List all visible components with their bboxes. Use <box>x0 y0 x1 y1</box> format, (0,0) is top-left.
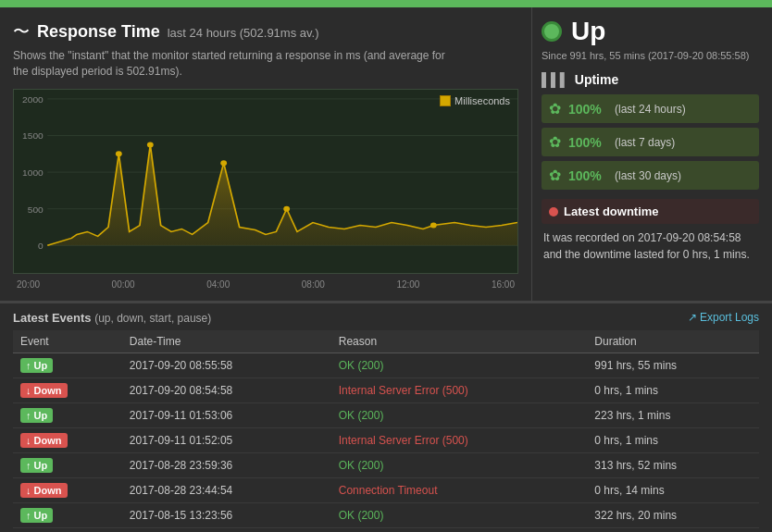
event-badge-4: ↑ Up <box>20 458 53 473</box>
events-table: Event Date-Time Reason Duration ↑ Up 201… <box>13 330 759 532</box>
downtime-header: Latest downtime <box>542 199 759 224</box>
uptime-pct-30d: 100% <box>568 168 607 183</box>
svg-point-11 <box>116 151 122 156</box>
svg-text:1500: 1500 <box>22 131 44 141</box>
cell-datetime-2: 2017-09-11 01:53:06 <box>122 402 331 427</box>
table-row: Started 2017-08-15 13:23:41 Started 0 hr… <box>13 527 759 532</box>
svg-text:0: 0 <box>38 241 44 250</box>
x-label-5: 16:00 <box>492 279 515 290</box>
chart-x-labels: 20:00 00:00 04:00 08:00 12:00 16:00 <box>13 278 518 291</box>
cell-reason-2: OK (200) <box>331 402 588 427</box>
cell-duration-4: 313 hrs, 52 mins <box>587 452 759 477</box>
cell-reason-3: Internal Server Error (500) <box>331 427 588 452</box>
downtime-dot-icon <box>549 207 558 217</box>
uptime-row-24h: ✿ 100% (last 24 hours) <box>542 94 759 123</box>
cell-reason-7: Started <box>331 527 588 532</box>
cell-datetime-3: 2017-09-11 01:52:05 <box>122 427 331 452</box>
svg-point-13 <box>220 160 227 166</box>
response-subtitle: last 24 hours (502.91ms av.) <box>168 26 319 40</box>
cell-event-0: ↑ Up <box>13 353 122 377</box>
col-duration: Duration <box>587 330 759 353</box>
cell-reason-6: OK (200) <box>331 502 588 527</box>
bar-chart-icon: ▌▌▌ <box>542 72 569 87</box>
status-since: Since 991 hrs, 55 mins (2017-09-20 08:55… <box>542 50 759 61</box>
cell-datetime-4: 2017-08-28 23:59:36 <box>122 452 331 477</box>
cell-duration-1: 0 hrs, 1 mins <box>587 377 759 402</box>
uptime-pct-24h: 100% <box>568 102 607 117</box>
cell-reason-4: OK (200) <box>331 452 588 477</box>
events-title: Latest Events (up, down, start, pause) <box>13 311 211 325</box>
status-indicator <box>542 21 562 42</box>
svg-point-14 <box>283 205 290 211</box>
uptime-title: Uptime <box>575 72 618 87</box>
x-label-1: 00:00 <box>112 279 135 290</box>
reason-text-1: Internal Server Error (500) <box>339 384 468 397</box>
response-description: Shows the "instant" that the monitor sta… <box>13 48 457 80</box>
status-text: Up <box>571 17 605 46</box>
wave-icon: 〜 <box>13 20 30 43</box>
x-label-4: 12:00 <box>396 279 419 290</box>
cell-duration-6: 322 hrs, 20 mins <box>587 502 759 527</box>
cell-reason-1: Internal Server Error (500) <box>331 377 588 402</box>
main-layout: 〜 Response Time last 24 hours (502.91ms … <box>0 7 772 301</box>
uptime-star-24h: ✿ <box>549 100 561 118</box>
cell-datetime-7: 2017-08-15 13:23:41 <box>122 527 331 532</box>
events-table-header: Event Date-Time Reason Duration <box>13 330 759 353</box>
cell-event-7: Started <box>13 527 122 532</box>
event-badge-6: ↑ Up <box>20 508 53 523</box>
uptime-star-7d: ✿ <box>549 133 561 151</box>
svg-text:1000: 1000 <box>22 167 44 177</box>
downtime-title: Latest downtime <box>564 204 659 218</box>
cell-event-4: ↑ Up <box>13 452 122 477</box>
response-chart: Milliseconds 2000 1500 1000 500 0 <box>13 89 518 274</box>
event-badge-0: ↑ Up <box>20 358 53 373</box>
cell-event-5: ↓ Down <box>13 477 122 502</box>
reason-text-6: OK (200) <box>339 509 384 522</box>
cell-duration-5: 0 hrs, 14 mins <box>587 477 759 502</box>
cell-duration-7: 0 hrs, 0 mins <box>587 527 759 532</box>
col-datetime: Date-Time <box>122 330 331 353</box>
events-header-row: Latest Events (up, down, start, pause) ↗… <box>13 311 759 325</box>
event-badge-3: ↓ Down <box>20 433 68 448</box>
cell-datetime-5: 2017-08-28 23:44:54 <box>122 477 331 502</box>
cell-event-2: ↑ Up <box>13 402 122 427</box>
event-badge-5: ↓ Down <box>20 483 68 498</box>
reason-text-4: OK (200) <box>339 459 384 472</box>
cell-duration-3: 0 hrs, 1 mins <box>587 427 759 452</box>
legend-color-box <box>440 95 451 106</box>
col-reason: Reason <box>331 330 588 353</box>
chart-legend: Milliseconds <box>440 95 510 106</box>
chart-svg: 2000 1500 1000 500 0 <box>14 90 517 273</box>
table-row: ↓ Down 2017-09-20 08:54:58 Internal Serv… <box>13 377 759 402</box>
left-panel: 〜 Response Time last 24 hours (502.91ms … <box>0 7 531 301</box>
events-subtitle: (up, down, start, pause) <box>94 312 211 325</box>
right-panel: Up Since 991 hrs, 55 mins (2017-09-20 08… <box>531 7 772 301</box>
events-table-body: ↑ Up 2017-09-20 08:55:58 OK (200) 991 hr… <box>13 353 759 532</box>
cell-datetime-1: 2017-09-20 08:54:58 <box>122 377 331 402</box>
table-row: ↑ Up 2017-09-20 08:55:58 OK (200) 991 hr… <box>13 353 759 377</box>
x-label-0: 20:00 <box>17 279 40 290</box>
events-section: Latest Events (up, down, start, pause) ↗… <box>0 302 772 532</box>
uptime-star-30d: ✿ <box>549 167 561 184</box>
cell-event-6: ↑ Up <box>13 502 122 527</box>
svg-point-15 <box>430 222 437 228</box>
table-row: ↓ Down 2017-08-28 23:44:54 Connection Ti… <box>13 477 759 502</box>
uptime-row-7d: ✿ 100% (last 7 days) <box>542 128 759 156</box>
cell-datetime-0: 2017-09-20 08:55:58 <box>122 353 331 377</box>
reason-text-2: OK (200) <box>339 409 384 422</box>
cell-event-1: ↓ Down <box>13 377 122 402</box>
response-time-header: 〜 Response Time last 24 hours (502.91ms … <box>13 20 518 43</box>
table-row: ↑ Up 2017-08-28 23:59:36 OK (200) 313 hr… <box>13 452 759 477</box>
cell-duration-0: 991 hrs, 55 mins <box>587 353 759 377</box>
x-label-3: 08:00 <box>302 279 325 290</box>
status-up-area: Up <box>542 17 759 46</box>
export-logs-link[interactable]: ↗ Export Logs <box>688 311 759 324</box>
top-status-bar <box>0 0 772 7</box>
reason-text-3: Internal Server Error (500) <box>339 434 468 447</box>
table-row: ↓ Down 2017-09-11 01:52:05 Internal Serv… <box>13 427 759 452</box>
uptime-period-30d: (last 30 days) <box>615 169 681 182</box>
table-row: ↑ Up 2017-09-11 01:53:06 OK (200) 223 hr… <box>13 402 759 427</box>
svg-point-12 <box>147 142 154 147</box>
response-title: Response Time <box>37 22 160 42</box>
downtime-description: It was recorded on 2017-09-20 08:54:58 a… <box>542 229 759 263</box>
